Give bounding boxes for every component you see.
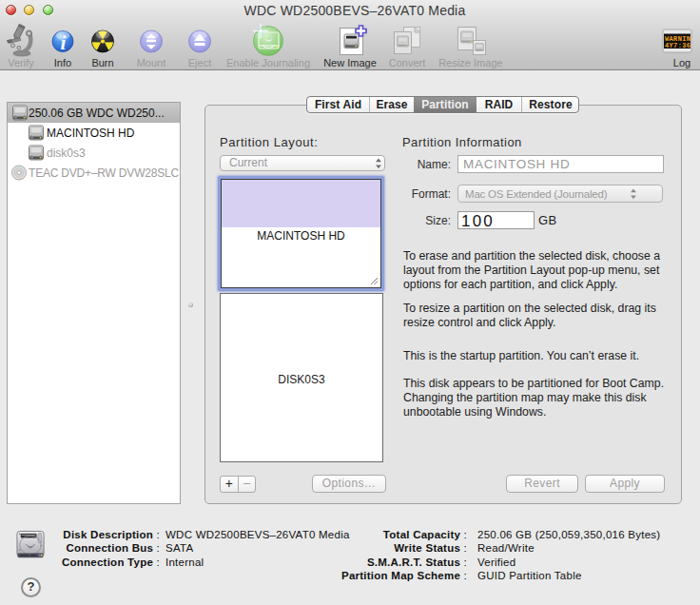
svg-text:i: i <box>61 31 67 54</box>
svg-text:4Y7:36: 4Y7:36 <box>665 42 690 49</box>
